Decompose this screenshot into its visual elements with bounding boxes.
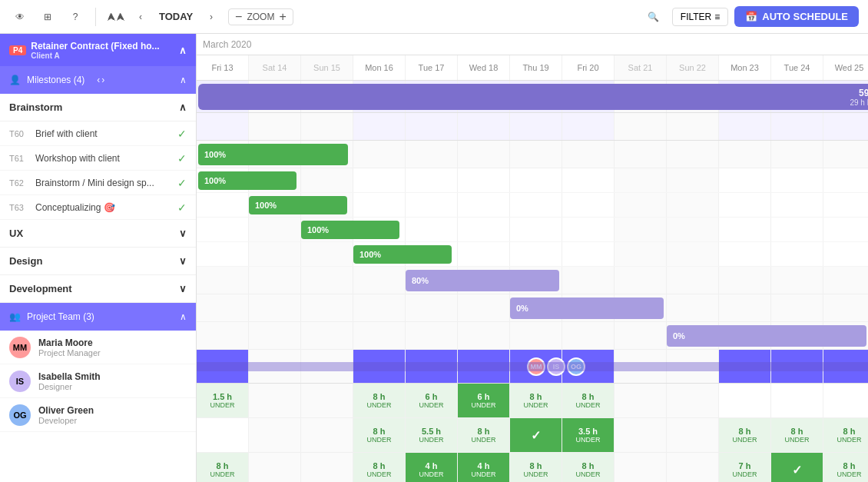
brainstorm-group-bar: 100% bbox=[198, 144, 348, 165]
milestone-prev-icon[interactable]: ‹ bbox=[97, 75, 100, 85]
collapse-icon[interactable]: ⮝⮝ bbox=[105, 6, 127, 28]
cell-t63-cells-2 bbox=[301, 242, 353, 266]
cell-design-cells-0 bbox=[197, 294, 249, 321]
cell-t63-cells-1 bbox=[249, 242, 301, 266]
cell-t60-cells-11 bbox=[771, 168, 823, 192]
cap-cell-capacity-maria-11 bbox=[771, 384, 823, 417]
today-button[interactable]: TODAY bbox=[154, 11, 197, 22]
cell-ux-cells-0 bbox=[197, 267, 249, 294]
next-icon[interactable]: › bbox=[200, 6, 222, 28]
cap-cell-capacity-oliver-9 bbox=[667, 453, 719, 482]
design-label: Design bbox=[9, 255, 42, 267]
cell-t61-cells-7 bbox=[562, 193, 615, 217]
design-row: 0% bbox=[197, 294, 868, 322]
calendar-icon: 📅 bbox=[745, 11, 757, 22]
cap-cell-capacity-isabella-5: 8 hUNDER bbox=[458, 418, 510, 452]
cap-cell-capacity-isabella-8 bbox=[615, 418, 667, 452]
task-t62[interactable]: T62 Brainstorm / Mini design sp... ✓ bbox=[0, 171, 196, 195]
cell-t61-cells-4 bbox=[406, 193, 458, 217]
person-role-maria: Project Manager bbox=[38, 348, 101, 357]
cell-brainstorm-group-cells-6 bbox=[510, 141, 562, 168]
cell-milestones-bar-cells-9 bbox=[667, 113, 719, 140]
avatar-maria: MM bbox=[9, 337, 31, 358]
cell-brainstorm-group-cells-5 bbox=[458, 141, 510, 168]
cap-cell-capacity-oliver-4: 4 hUNDER bbox=[406, 453, 458, 482]
eye-icon[interactable]: 👁 bbox=[9, 6, 31, 28]
team-gantt-row: MM IS OG bbox=[197, 350, 868, 384]
milestones-collapse-icon[interactable]: ∧ bbox=[180, 75, 187, 85]
cap-cell-capacity-isabella-6: ✓ bbox=[510, 418, 562, 452]
prev-icon[interactable]: ‹ bbox=[130, 6, 151, 28]
cap-cell-capacity-isabella-0 bbox=[197, 418, 249, 452]
task-t63[interactable]: T63 Conceptualizing 🎯 ✓ bbox=[0, 195, 196, 220]
cell-t61-cells-10 bbox=[719, 193, 771, 217]
cell-t62-cells-9 bbox=[667, 218, 719, 241]
project-collapse-icon[interactable]: ∧ bbox=[179, 45, 187, 56]
cap-cell-capacity-oliver-12: 8 hUNDER bbox=[823, 453, 868, 482]
cell-design-cells-12 bbox=[823, 294, 868, 321]
cell-design-cells-3 bbox=[353, 294, 406, 321]
project-header[interactable]: P4 Retainer Contract (Fixed ho... Client… bbox=[0, 34, 196, 66]
task-check-t60: ✓ bbox=[177, 128, 187, 140]
cell-dev-cells-8 bbox=[615, 322, 667, 349]
cell-design-cells-5 bbox=[458, 294, 510, 321]
cell-milestones-bar-cells-1 bbox=[249, 113, 301, 140]
zoom-in-button[interactable]: + bbox=[279, 11, 286, 23]
cell-t61-cells-6 bbox=[510, 193, 562, 217]
task-t60[interactable]: T60 Brief with client ✓ bbox=[0, 121, 196, 146]
search-button[interactable]: 🔍 bbox=[641, 5, 666, 29]
cap-cell-capacity-isabella-11: 8 hUNDER bbox=[771, 418, 823, 452]
group-ux[interactable]: UX ∨ bbox=[0, 220, 196, 248]
development-collapse-icon[interactable]: ∨ bbox=[179, 283, 187, 294]
task-t61-row: 100% bbox=[197, 193, 868, 218]
bar-t62: 100% bbox=[301, 221, 399, 239]
brainstorm-group-row: 100% bbox=[197, 141, 868, 168]
cap-cell-capacity-oliver-10: 7 hUNDER bbox=[719, 453, 771, 482]
cell-ux-cells-7 bbox=[562, 267, 615, 294]
group-brainstorm[interactable]: Brainstorm ∧ bbox=[0, 94, 196, 121]
cap-cell-capacity-isabella-3: 8 hUNDER bbox=[353, 418, 406, 452]
milestone-next-icon[interactable]: › bbox=[101, 75, 104, 85]
cap-cell-capacity-oliver-7: 8 hUNDER bbox=[562, 453, 615, 482]
cell-t61-cells-12 bbox=[823, 193, 868, 217]
avatar-isabella: IS bbox=[9, 371, 31, 392]
cap-cell-capacity-oliver-6: 8 hUNDER bbox=[510, 453, 562, 482]
filter-button[interactable]: FILTER ≡ bbox=[672, 8, 728, 26]
day-header-11: Tue 24 bbox=[771, 55, 823, 80]
day-header-5: Wed 18 bbox=[458, 55, 510, 80]
cap-cell-capacity-isabella-9 bbox=[667, 418, 719, 452]
cap-cell-capacity-oliver-3: 8 hUNDER bbox=[353, 453, 406, 482]
brainstorm-collapse-icon[interactable]: ∧ bbox=[179, 101, 187, 113]
cell-t60-cells-12 bbox=[823, 168, 868, 192]
cell-milestones-bar-cells-4 bbox=[406, 113, 458, 140]
person-name-maria: Maria Moore bbox=[38, 337, 101, 348]
group-development[interactable]: Development ∨ bbox=[0, 275, 196, 303]
grid-icon[interactable]: ⊞ bbox=[37, 6, 58, 28]
task-check-t63: ✓ bbox=[177, 201, 187, 214]
cap-cell-capacity-isabella-10: 8 hUNDER bbox=[719, 418, 771, 452]
day-header-1: Sat 14 bbox=[249, 55, 301, 80]
autoschedule-button[interactable]: 📅 AUTO SCHEDULE bbox=[734, 6, 859, 27]
cell-design-cells-11 bbox=[771, 294, 823, 321]
cell-t63-cells-0 bbox=[197, 242, 249, 266]
cell-t60-cells-10 bbox=[719, 168, 771, 192]
bar-t61: 100% bbox=[249, 196, 347, 214]
cell-brainstorm-group-cells-8 bbox=[615, 141, 667, 168]
cell-brainstorm-group-cells-10 bbox=[719, 141, 771, 168]
day-header-9: Sun 22 bbox=[667, 55, 719, 80]
cell-t62-cells-11 bbox=[771, 218, 823, 241]
group-design[interactable]: Design ∨ bbox=[0, 248, 196, 275]
zoom-out-button[interactable]: − bbox=[235, 11, 242, 23]
cell-t60-cells-4 bbox=[406, 168, 458, 192]
team-collapse-icon[interactable]: ∧ bbox=[180, 311, 187, 322]
help-icon[interactable]: ? bbox=[65, 6, 86, 28]
person-name-oliver: Oliver Green bbox=[38, 405, 94, 416]
design-collapse-icon[interactable]: ∨ bbox=[179, 255, 187, 267]
cell-t63-cells-9 bbox=[667, 242, 719, 266]
task-t61[interactable]: T61 Workshop with client ✓ bbox=[0, 146, 196, 171]
capacity-row-oliver: 8 hUNDER8 hUNDER4 hUNDER4 hUNDER8 hUNDER… bbox=[197, 453, 868, 482]
task-id-t63: T63 bbox=[9, 203, 31, 212]
team-header[interactable]: 👥 Project Team (3) ∧ bbox=[0, 303, 196, 331]
ux-collapse-icon[interactable]: ∨ bbox=[179, 228, 187, 239]
milestones-header[interactable]: 👤 Milestones (4) ‹ › ∧ bbox=[0, 66, 196, 94]
